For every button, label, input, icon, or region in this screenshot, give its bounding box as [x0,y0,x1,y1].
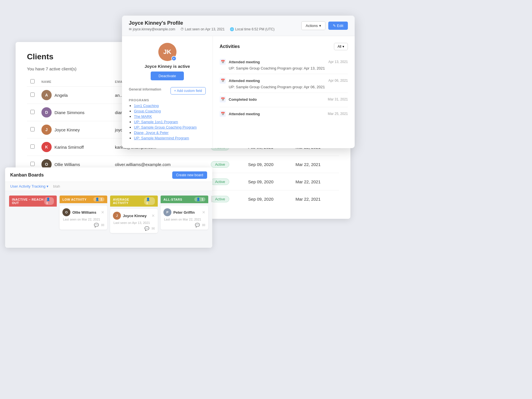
col-count: 👤 1 [93,197,104,201]
kanban-col-header: INACTIVE – REACH OUT 👤 1 [9,196,57,207]
clock-icon: ⏱ [180,27,184,31]
row-joined-cell: Sep 09, 2020 [245,156,292,173]
card-avatar: P [163,208,171,216]
card-email-icon[interactable]: ✉ [101,223,104,227]
activity-icon: 📅 [220,59,226,65]
col-count: 👤 1 [44,197,54,205]
activity-date: Mar 25, 2021 [328,112,348,116]
edit-button[interactable]: ✎ Edit [328,22,348,30]
kanban-filter-dropdown[interactable]: User Activity Tracking ▾ [10,184,49,188]
card-actions: 💬 ✉ [113,226,155,231]
status-badge: Active [211,178,229,185]
activity-item: 📅 Completed todo Mar 31, 2021 [220,93,348,107]
program-link[interactable]: UP: Sample Group Coaching Program [134,125,197,129]
row-last-active-cell: Mar 22, 2021 [292,173,339,190]
program-item: 1on1 Coaching [134,104,206,108]
row-checkbox-cell [27,104,38,121]
client-name: Karina Smirnoff [54,145,84,150]
card-name: Ollie Williams [72,210,99,215]
row-checkbox-cell [27,138,38,156]
program-link[interactable]: Diane, Joyce & Peter [134,131,169,135]
row-status-cell: Active [207,156,245,173]
kanban-card: J Joyce Kinney ✕ Last seen on Apr 13, 20… [110,209,158,233]
row-checkbox[interactable] [30,110,35,114]
profile-meta: ✉ joyce.kinney@example.com ⏱ Last seen o… [129,27,274,31]
add-custom-field-button[interactable]: + Add custom field [171,87,206,94]
row-name-cell: K Karina Smirnoff [38,138,112,156]
row-last-active-cell: Mar 22, 2021 [292,190,339,208]
activity-item: 📅 Attended meeting Apr 13, 2021 UP: Samp… [220,55,348,74]
chevron-down-icon: ▾ [47,184,49,188]
program-link[interactable]: The MARK [134,114,152,119]
programs-label: PROGRAMS [129,98,206,102]
client-name: Joyce Kinney [54,127,80,132]
kanban-col-header: ALL-STARS 👤 1 [161,196,208,203]
kanban-blah-label: blah [53,184,60,188]
profile-left-panel: JK + Joyce Kinney is active Deactivate G… [122,36,213,148]
all-filter-button[interactable]: All ▾ [334,43,348,50]
card-remove-button[interactable]: ✕ [202,210,205,215]
card-email-icon[interactable]: ✉ [152,226,155,231]
program-link[interactable]: UP: Sample 1on1 Program [134,120,178,124]
deactivate-button[interactable]: Deactivate [151,72,184,80]
program-link[interactable]: Group Coaching [134,109,161,113]
col-label: LOW ACTIVITY [62,198,87,201]
status-badge: Active [211,196,229,202]
kanban-subheader: User Activity Tracking ▾ blah [5,182,212,191]
profile-header-info: Joyce Kinney's Profile ✉ joyce.kinney@ex… [129,20,274,31]
row-checkbox[interactable] [30,127,35,131]
activity-type: Attended meeting [229,112,260,116]
avatar: D [41,107,52,117]
card-remove-button[interactable]: ✕ [152,213,155,218]
email-icon: ✉ [129,27,132,31]
program-link[interactable]: 1on1 Coaching [134,104,159,108]
activity-item: 📅 Attended meeting Mar 25, 2021 [220,107,348,121]
kanban-title: Kanban Boards [10,173,44,178]
row-checkbox-cell [27,121,38,138]
add-new-col-header[interactable]: + ADD N [211,196,212,202]
kanban-col-header: AVERAGE ACTIVITY 👤 1 [110,196,158,207]
card-actions: 💬 ✉ [62,223,104,227]
program-link[interactable]: UP: Sample Mastermind Program [134,136,189,140]
row-checkbox[interactable] [30,144,35,149]
status-badge: Active [211,161,229,168]
card-name: Joyce Kinney [123,214,150,218]
kanban-panel: Kanban Boards Create new board User Acti… [5,167,212,248]
program-item: UP: Sample Group Coaching Program [134,125,206,129]
activity-date: Apr 06, 2021 [328,79,348,83]
card-avatar: O [62,208,70,216]
add-new-column[interactable]: + ADD N [211,196,212,243]
card-email-icon[interactable]: ✉ [202,223,205,227]
card-remove-button[interactable]: ✕ [101,210,104,215]
card-message-icon[interactable]: 💬 [94,223,99,227]
create-board-button[interactable]: Create new board [172,171,207,179]
col-count: 👤 1 [194,197,205,201]
row-checkbox[interactable] [30,162,35,166]
row-checkbox[interactable] [30,93,35,97]
activity-icon: 📅 [220,96,226,102]
card-message-icon[interactable]: 💬 [195,223,200,227]
row-joined-cell: Sep 09, 2020 [245,173,292,190]
col-label: INACTIVE – REACH OUT [12,198,44,205]
active-status-text: Joyce Kinney is active [144,64,190,69]
activities-list: 📅 Attended meeting Apr 13, 2021 UP: Samp… [220,55,348,121]
client-name: Ollie Williams [54,162,80,167]
chevron-down-icon: ▾ [342,45,344,49]
program-item: The MARK [134,114,206,119]
row-last-active-cell: Mar 22, 2021 [292,156,339,173]
profile-user-info: JK + Joyce Kinney is active Deactivate [129,43,206,80]
card-name: Peter Griffin [173,210,200,215]
kanban-card: O Ollie Williams ✕ Last seen on Mar 22, … [60,205,107,230]
actions-button[interactable]: Actions ▾ [301,21,325,30]
profile-modal: Joyce Kinney's Profile ✉ joyce.kinney@ex… [122,16,355,148]
general-info-row: General information + Add custom field [129,87,206,94]
program-item: UP: Sample Mastermind Program [134,136,206,140]
col-label: AVERAGE ACTIVITY [113,198,144,205]
activity-item: 📅 Attended meeting Apr 06, 2021 UP: Samp… [220,74,348,93]
card-message-icon[interactable]: 💬 [144,226,149,231]
program-item: UP: Sample 1on1 Program [134,120,206,124]
avatar: A [41,90,52,100]
activity-type: Attended meeting [229,60,260,64]
row-checkbox-cell [27,87,38,104]
select-all-checkbox[interactable] [30,79,35,83]
